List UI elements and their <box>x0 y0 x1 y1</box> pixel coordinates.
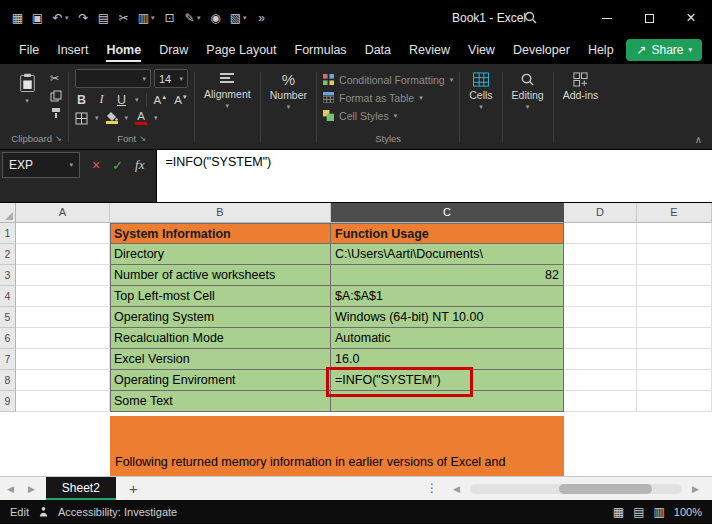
row-header-2[interactable]: 2 <box>0 244 16 265</box>
cut-button[interactable]: ✂ <box>50 72 62 85</box>
increase-font-size-button[interactable]: A▲ <box>154 94 168 106</box>
row-header-3[interactable]: 3 <box>0 265 16 286</box>
cell-D3[interactable] <box>564 265 637 286</box>
column-header-B[interactable]: B <box>110 203 331 223</box>
cell-C1[interactable]: Function Usage <box>331 223 564 244</box>
page-layout-view-icon[interactable]: ▤ <box>633 505 644 519</box>
font-size-combo[interactable]: 14▾ <box>154 69 188 88</box>
cell-D9[interactable] <box>564 391 637 412</box>
cell-D6[interactable] <box>564 328 637 349</box>
cell-D2[interactable] <box>564 244 637 265</box>
cell-E3[interactable] <box>637 265 712 286</box>
cell-A9[interactable] <box>16 391 110 412</box>
scroll-left-icon[interactable]: ◀ <box>446 484 467 494</box>
decrease-font-size-button[interactable]: A▼ <box>174 94 188 106</box>
cell-A8[interactable] <box>16 370 110 391</box>
cell-E7[interactable] <box>637 349 712 370</box>
cell-styles-button[interactable]: Cell Styles ▾ <box>323 108 453 123</box>
undo-caret-icon[interactable]: ▾ <box>65 14 73 22</box>
column-header-E[interactable]: E <box>637 203 712 223</box>
sheet-tab-sheet2[interactable]: Sheet2 <box>46 477 116 500</box>
cell-C9[interactable] <box>331 391 564 412</box>
cell-E2[interactable] <box>637 244 712 265</box>
cell-B2[interactable]: Directory <box>110 244 331 265</box>
format-as-table-button[interactable]: Format as Table ▾ <box>323 90 453 105</box>
accessibility-status[interactable]: Accessibility: Investigate <box>58 506 177 518</box>
horizontal-scrollbar[interactable]: ◀ ▶ <box>446 484 712 494</box>
number-group-button[interactable]: % Number ▾ <box>262 67 315 147</box>
painter-caret-icon[interactable]: ▾ <box>197 14 205 22</box>
tab-data[interactable]: Data <box>356 37 400 63</box>
cell-B9[interactable]: Some Text <box>110 391 331 412</box>
copy-icon[interactable]: ▤ <box>94 6 113 30</box>
row-header-1[interactable]: 1 <box>0 223 16 244</box>
table-caret-icon[interactable]: ▾ <box>243 14 251 22</box>
cell-D1[interactable] <box>564 223 637 244</box>
row-header-6[interactable]: 6 <box>0 328 16 349</box>
select-all-corner[interactable] <box>0 203 16 223</box>
font-name-combo[interactable]: ▾ <box>75 69 151 88</box>
bold-button[interactable]: B <box>75 93 88 107</box>
tab-help[interactable]: Help <box>579 37 623 63</box>
cell-B5[interactable]: Operating System <box>110 307 331 328</box>
column-header-A[interactable]: A <box>16 203 110 223</box>
row-header-7[interactable]: 7 <box>0 349 16 370</box>
paste-caret-icon[interactable]: ▾ <box>25 97 29 105</box>
row-header-9[interactable]: 9 <box>0 391 16 412</box>
conditional-formatting-button[interactable]: Conditional Formatting ▾ <box>323 72 453 87</box>
tab-review[interactable]: Review <box>400 37 459 63</box>
cell-E1[interactable] <box>637 223 712 244</box>
underline-caret-icon[interactable]: ▾ <box>135 96 139 104</box>
more-commands-icon[interactable]: » <box>252 6 271 30</box>
sheet-nav-left-icon[interactable]: ◀ <box>0 484 21 494</box>
tab-home[interactable]: Home <box>97 37 150 63</box>
cell-A2[interactable] <box>16 244 110 265</box>
font-dialog-launcher-icon[interactable]: ↘ <box>139 134 146 143</box>
cell-A1[interactable] <box>16 223 110 244</box>
row-header-4[interactable]: 4 <box>0 286 16 307</box>
share-button[interactable]: ↗ Share ▾ <box>626 39 702 61</box>
row-header-5[interactable]: 5 <box>0 307 16 328</box>
cut-icon[interactable]: ✂ <box>114 6 133 30</box>
tab-page-layout[interactable]: Page Layout <box>197 37 285 63</box>
scroll-right-icon[interactable]: ▶ <box>685 484 706 494</box>
cell-D4[interactable] <box>564 286 637 307</box>
tab-insert[interactable]: Insert <box>48 37 97 63</box>
paste-button[interactable]: ▾ <box>11 69 43 119</box>
tab-developer[interactable]: Developer <box>504 37 579 63</box>
sheet-nav-right-icon[interactable]: ▶ <box>21 484 42 494</box>
tab-view[interactable]: View <box>459 37 504 63</box>
cell-B7[interactable]: Excel Version <box>110 349 331 370</box>
merged-banner-cell[interactable]: Following returned memory information in… <box>110 412 564 476</box>
cell-B1[interactable]: System Information <box>110 223 331 244</box>
app-icon[interactable]: ▦ <box>8 6 27 30</box>
font-color-caret-icon[interactable]: ▾ <box>154 114 158 122</box>
close-button[interactable]: × <box>670 0 712 36</box>
cell-E6[interactable] <box>637 328 712 349</box>
editing-group-button[interactable]: Editing ▾ <box>504 67 552 147</box>
collapse-ribbon-icon[interactable]: ∧ <box>695 134 702 145</box>
tab-draw[interactable]: Draw <box>150 37 197 63</box>
page-break-preview-icon[interactable]: ▥ <box>654 505 665 519</box>
name-box[interactable]: EXP ▾ <box>2 152 80 178</box>
clipboard-dialog-launcher-icon[interactable]: ↘ <box>55 134 62 143</box>
italic-button[interactable]: I <box>95 92 108 107</box>
redo-icon[interactable]: ↷ <box>74 6 93 30</box>
cell-D5[interactable] <box>564 307 637 328</box>
borders-caret-icon[interactable]: ▾ <box>95 114 99 122</box>
cancel-icon[interactable]: × <box>92 157 100 173</box>
search-icon[interactable] <box>524 11 537 24</box>
cell-D7[interactable] <box>564 349 637 370</box>
insert-function-icon[interactable]: fx <box>135 157 144 173</box>
cell-B3[interactable]: Number of active worksheets <box>110 265 331 286</box>
cell-C2[interactable]: C:\Users\Aarti\Documents\ <box>331 244 564 265</box>
column-header-C[interactable]: C <box>331 203 564 223</box>
fill-color-button[interactable] <box>106 112 118 124</box>
borders-button[interactable] <box>75 112 88 125</box>
zoom-level[interactable]: 100% <box>674 506 702 518</box>
cell-A4[interactable] <box>16 286 110 307</box>
cell-C4[interactable]: $A:$A$1 <box>331 286 564 307</box>
normal-view-icon[interactable]: ▦ <box>613 505 624 519</box>
tab-file[interactable]: File <box>10 37 48 63</box>
camera-icon[interactable]: ◉ <box>206 6 225 30</box>
